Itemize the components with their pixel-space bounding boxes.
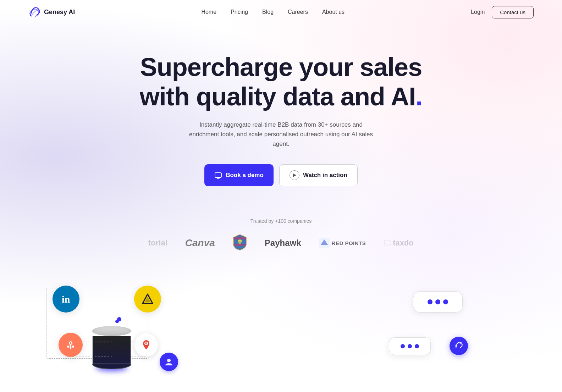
svg-text:in: in (62, 294, 70, 305)
google-maps-icon (134, 333, 158, 357)
nav-careers[interactable]: Careers (288, 9, 308, 15)
chat-bubble-small (389, 337, 431, 355)
logo-barcelona: FCB (233, 234, 247, 252)
logo-redpoints: RED POINTS (319, 238, 366, 248)
logo-taxdo: taxdo (384, 238, 414, 248)
nav-home[interactable]: Home (201, 9, 216, 15)
logo[interactable]: Genesy AI (28, 6, 75, 18)
svg-point-11 (70, 342, 72, 344)
svg-point-21 (167, 359, 171, 362)
demo-icon (214, 171, 222, 179)
trusted-section: Trusted by +100 companies torial Canva F… (0, 208, 562, 270)
hero-buttons: Book a demo Watch in action (0, 164, 562, 186)
linkedin-icon: in (53, 286, 79, 313)
illustration-area: in (0, 277, 562, 391)
play-icon (290, 170, 299, 180)
logo-payhawk: Payhawk (265, 238, 301, 248)
svg-rect-0 (215, 173, 221, 177)
hero-subtitle: Instantly aggregate real-time B2B data f… (189, 120, 373, 149)
svg-text:FCB: FCB (238, 241, 242, 243)
logo-text: Genesy AI (44, 9, 75, 16)
hero-title: Supercharge your sales with quality data… (139, 53, 423, 111)
svg-rect-8 (385, 240, 390, 246)
hubspot-icon (59, 333, 83, 357)
logo-icon (28, 6, 41, 18)
nav-links: Home Pricing Blog Careers About us (201, 9, 345, 15)
watch-action-button[interactable]: Watch in action (279, 164, 358, 186)
chat-bubble-large (413, 291, 463, 313)
login-button[interactable]: Login (471, 9, 485, 15)
book-demo-button[interactable]: Book a demo (204, 164, 274, 186)
nav-blog[interactable]: Blog (262, 9, 274, 15)
genesy-fab[interactable] (450, 337, 468, 355)
apify-icon (134, 286, 161, 313)
nav-about[interactable]: About us (322, 9, 345, 15)
hero-section: Supercharge your sales with quality data… (0, 24, 562, 208)
trusted-label: Trusted by +100 companies (0, 218, 562, 224)
svg-point-20 (145, 342, 147, 344)
nav-pricing[interactable]: Pricing (231, 9, 248, 15)
contact-button[interactable]: Contact us (492, 6, 534, 18)
user-icon-small (160, 353, 178, 371)
nav-actions: Login Contact us (471, 6, 534, 18)
navbar: Genesy AI Home Pricing Blog Careers Abou… (0, 0, 562, 24)
database-cylinder (92, 326, 131, 369)
logos-row: torial Canva FCB Payhawk RED POINTS (0, 234, 562, 252)
logo-canva: Canva (185, 237, 215, 249)
logo-tutorial: torial (148, 238, 167, 248)
